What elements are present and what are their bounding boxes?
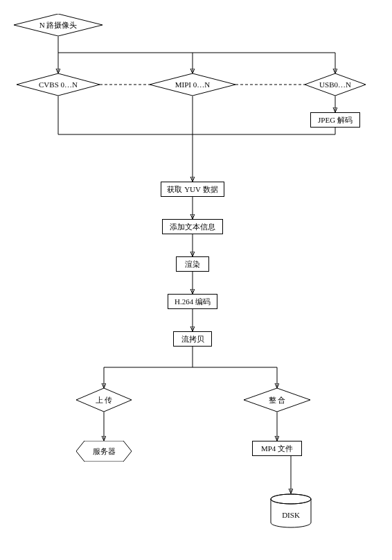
server-label: 服务器	[93, 446, 116, 457]
merge-label: 整 合	[269, 395, 286, 405]
merge: 整 合	[244, 388, 310, 412]
disk: DISK	[270, 493, 312, 528]
cameras-title: N 路摄像头	[14, 14, 103, 36]
interface-mipi: MIPI 0…N	[150, 73, 235, 96]
add-text-info: 添加文本信息	[162, 219, 223, 234]
stream-copy: 流拷贝	[173, 331, 212, 347]
mp4-file-label: MP4 文件	[261, 444, 293, 454]
interface-cvbs-label: CVBS 0…N	[39, 80, 78, 89]
interface-cvbs: CVBS 0…N	[17, 73, 100, 96]
jpeg-decode-label: JPEG 解码	[318, 115, 353, 125]
add-text-info-label: 添加文本信息	[170, 222, 215, 232]
get-yuv-data-label: 获取 YUV 数据	[167, 184, 217, 195]
upload: 上 传	[76, 388, 132, 412]
h264-encode: H.264 编码	[168, 294, 217, 309]
stream-copy-label: 流拷贝	[181, 334, 204, 344]
jpeg-decode: JPEG 解码	[310, 112, 360, 128]
disk-label: DISK	[282, 511, 300, 519]
h264-encode-label: H.264 编码	[175, 297, 211, 307]
get-yuv-data: 获取 YUV 数据	[161, 182, 224, 197]
render-label: 渲染	[185, 259, 200, 270]
interface-usb-label: USB0…N	[319, 80, 351, 89]
upload-label: 上 传	[96, 395, 113, 405]
interface-usb: USB0…N	[305, 73, 366, 96]
server: 服务器	[76, 441, 132, 462]
interface-mipi-label: MIPI 0…N	[175, 80, 210, 89]
cameras-title-label: N 路摄像头	[39, 20, 78, 30]
render: 渲染	[176, 256, 209, 272]
mp4-file: MP4 文件	[252, 441, 302, 456]
